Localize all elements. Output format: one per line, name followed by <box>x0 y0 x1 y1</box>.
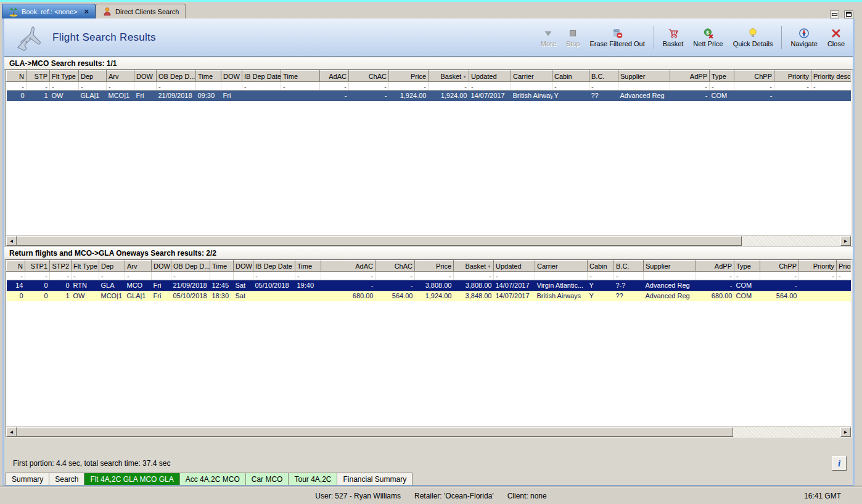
column-header[interactable]: Price <box>389 71 429 82</box>
column-header[interactable]: Arv <box>125 261 152 272</box>
column-header[interactable]: AdPP <box>670 71 710 82</box>
column-header[interactable]: Priority <box>799 261 837 272</box>
filter-cell[interactable]: - <box>774 82 811 91</box>
navigate-button[interactable]: Navigate <box>786 26 821 49</box>
result-row[interactable]: 1400RTNGLAMCOFri21/09/201812:45Sat05/10/… <box>7 280 852 291</box>
filter-cell[interactable]: - <box>7 82 27 91</box>
column-header[interactable]: AdPP <box>696 261 734 272</box>
tab-financial-summary[interactable]: Financial Summary <box>337 473 413 485</box>
restore-button[interactable] <box>844 10 853 18</box>
filter-cell[interactable]: - <box>429 82 469 91</box>
filter-cell[interactable] <box>134 82 157 91</box>
filter-cell[interactable]: - <box>7 272 25 280</box>
tab-flt-gla-mco-gla[interactable]: Flt 4A,2C GLA MCO GLA <box>84 473 179 485</box>
scrollbar-track[interactable] <box>17 236 840 246</box>
filter-cell[interactable] <box>535 272 588 280</box>
result-row[interactable]: 01OWGLA|1MCO|1Fri21/09/201809:30Fri--1,9… <box>7 91 852 101</box>
filter-cell[interactable] <box>152 272 171 280</box>
column-header[interactable]: Time <box>281 71 320 82</box>
scroll-left-button[interactable]: ◄ <box>6 427 17 437</box>
filter-cell[interactable]: - <box>295 272 321 280</box>
filter-cell[interactable]: - <box>321 272 376 280</box>
column-header[interactable]: Time <box>295 261 321 272</box>
filter-cell[interactable]: - <box>50 82 79 91</box>
scrollbar-thumb[interactable] <box>17 427 733 437</box>
column-header[interactable]: Price <box>415 261 454 272</box>
tab-direct-clients-search[interactable]: Direct Clients Search <box>96 4 186 18</box>
tab-acc-mco[interactable]: Acc 4A,2C MCO <box>180 473 246 485</box>
filter-cell[interactable]: - <box>454 272 494 280</box>
filter-cell[interactable]: - <box>99 272 125 280</box>
tab-close-icon[interactable]: × <box>84 9 89 15</box>
column-header[interactable]: B.C. <box>589 71 618 82</box>
filter-cell[interactable]: - <box>589 82 618 91</box>
column-header[interactable]: OB Dep D... <box>171 261 210 272</box>
column-header[interactable]: Type <box>734 261 760 272</box>
basket-button[interactable]: Basket <box>659 26 688 49</box>
filter-cell[interactable]: - <box>171 272 210 280</box>
column-header[interactable]: IB Dep Date <box>253 261 295 272</box>
quick-details-button[interactable]: Quick Details <box>729 26 778 49</box>
filter-cell[interactable]: - <box>349 82 389 91</box>
tab-tour[interactable]: Tour 4A,2C <box>289 473 337 485</box>
filter-cell[interactable]: - <box>376 272 415 280</box>
filter-cell[interactable]: - <box>760 272 799 280</box>
column-header[interactable]: B.C. <box>614 261 644 272</box>
scroll-right-button[interactable]: ► <box>840 236 851 246</box>
filter-cell[interactable]: - <box>710 82 734 91</box>
column-header[interactable]: Supplier <box>644 261 696 272</box>
filter-cell[interactable]: - <box>837 272 852 280</box>
column-header[interactable]: IB Dep Date <box>242 71 281 82</box>
inbound-horizontal-scrollbar[interactable]: ◄ ► <box>6 426 851 437</box>
filter-cell[interactable]: - <box>734 272 760 280</box>
filter-cell[interactable]: - <box>125 272 152 280</box>
column-header[interactable]: ChPP <box>734 71 774 82</box>
scroll-left-button[interactable]: ◄ <box>6 236 17 246</box>
column-header[interactable]: OB Dep D... <box>157 71 196 82</box>
filter-cell[interactable]: - <box>415 272 454 280</box>
filter-cell[interactable]: - <box>799 272 837 280</box>
column-header[interactable]: Prior <box>837 261 852 272</box>
column-header[interactable]: Updated <box>494 261 535 272</box>
column-header[interactable]: STP <box>27 71 50 82</box>
column-header[interactable]: Basket▼ <box>454 261 494 272</box>
filter-cell[interactable]: - <box>253 272 295 280</box>
scroll-right-button[interactable]: ► <box>840 427 851 437</box>
filter-cell[interactable]: - <box>469 82 511 91</box>
column-header[interactable]: AdAC <box>320 71 349 82</box>
column-header[interactable]: ChAC <box>376 261 415 272</box>
close-button[interactable]: Close <box>823 26 849 49</box>
filter-cell[interactable]: - <box>281 82 320 91</box>
filter-cell[interactable] <box>210 272 234 280</box>
column-header[interactable]: Time <box>210 261 234 272</box>
column-header[interactable]: Carrier <box>511 71 552 82</box>
outbound-horizontal-scrollbar[interactable]: ◄ ► <box>6 235 851 246</box>
filter-cell[interactable]: - <box>811 82 852 91</box>
filter-cell[interactable] <box>644 272 696 280</box>
column-header[interactable]: N <box>7 71 27 82</box>
filter-cell[interactable]: - <box>50 272 72 280</box>
filter-cell[interactable]: - <box>552 82 589 91</box>
filter-cell[interactable]: - <box>696 272 734 280</box>
scrollbar-thumb[interactable] <box>17 236 742 246</box>
column-header[interactable]: ChAC <box>349 71 389 82</box>
filter-cell[interactable]: - <box>588 272 614 280</box>
erase-filtered-out-button[interactable]: Erase Filtered Out <box>585 26 649 49</box>
column-header[interactable]: Flt Type <box>72 261 99 272</box>
column-header[interactable]: N <box>7 261 25 272</box>
column-header[interactable]: AdAC <box>321 261 376 272</box>
filter-cell[interactable]: - <box>25 272 50 280</box>
filter-cell[interactable]: - <box>27 82 50 91</box>
filter-cell[interactable] <box>618 82 670 91</box>
filter-cell[interactable]: - <box>242 82 281 91</box>
tab-summary[interactable]: Summary <box>6 473 49 485</box>
column-header[interactable]: STP1 <box>25 261 50 272</box>
filter-cell[interactable]: - <box>320 82 349 91</box>
filter-cell[interactable] <box>234 272 253 280</box>
column-header[interactable]: Priority <box>774 71 811 82</box>
tab-search[interactable]: Search <box>49 473 84 485</box>
filter-cell[interactable]: - <box>389 82 429 91</box>
tab-car-mco[interactable]: Car MCO <box>246 473 289 485</box>
column-header[interactable]: Supplier <box>618 71 670 82</box>
column-header[interactable]: Dep <box>79 71 107 82</box>
